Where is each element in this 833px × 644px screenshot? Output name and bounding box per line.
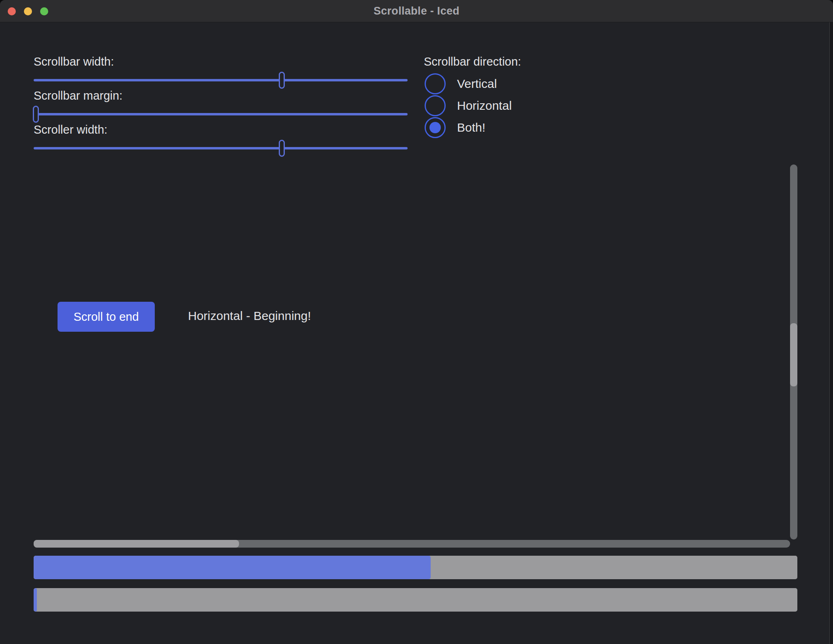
traffic-lights <box>8 7 48 15</box>
scrollbar-width-slider-handle[interactable] <box>279 72 285 89</box>
radio-vertical[interactable]: Vertical <box>425 73 512 95</box>
window-right-edge <box>829 22 833 644</box>
radio-horizontal-label: Horizontal <box>457 99 512 113</box>
vertical-progress-bar <box>34 588 797 612</box>
zoom-button[interactable] <box>40 7 48 15</box>
app-window: Scrollable - Iced Scrollbar width: Scrol… <box>0 0 833 644</box>
radio-both-circle <box>425 117 446 138</box>
vertical-progress-fill <box>34 588 37 612</box>
radio-vertical-label: Vertical <box>457 77 497 91</box>
scrollbar-width-label: Scrollbar width: <box>34 54 114 69</box>
close-button[interactable] <box>8 7 16 15</box>
titlebar: Scrollable - Iced <box>0 0 833 22</box>
scroll-to-end-button[interactable]: Scroll to end <box>58 302 155 332</box>
vertical-scrollbar-thumb[interactable] <box>790 323 797 386</box>
scrollbar-margin-slider-handle[interactable] <box>33 106 39 123</box>
vertical-scrollbar-rail[interactable] <box>790 164 797 540</box>
radio-selected-dot <box>429 122 441 133</box>
window-title: Scrollable - Iced <box>374 5 459 17</box>
radio-both-label: Both! <box>457 121 485 134</box>
horizontal-progress-bar <box>34 556 797 579</box>
scroller-width-slider-handle[interactable] <box>279 140 285 157</box>
scrollbar-width-slider[interactable] <box>34 79 408 81</box>
scrollbar-direction-group: Vertical Horizontal Both! <box>425 73 512 139</box>
horizontal-progress-fill <box>34 556 431 579</box>
minimize-button[interactable] <box>24 7 32 15</box>
scrollbar-direction-label: Scrollbar direction: <box>424 54 521 69</box>
radio-both[interactable]: Both! <box>425 117 512 139</box>
scrollbar-margin-slider[interactable] <box>34 113 408 115</box>
radio-vertical-circle <box>425 73 446 94</box>
radio-horizontal-circle <box>425 95 446 116</box>
horizontal-scrollbar-rail[interactable] <box>34 540 790 548</box>
scroller-width-label: Scroller width: <box>34 122 107 137</box>
scroller-width-slider[interactable] <box>34 147 408 149</box>
radio-horizontal[interactable]: Horizontal <box>425 95 512 117</box>
horizontal-scrollbar-thumb[interactable] <box>34 540 239 548</box>
scrollbar-margin-label: Scrollbar margin: <box>34 88 122 103</box>
scroll-status-text: Horizontal - Beginning! <box>188 309 311 323</box>
